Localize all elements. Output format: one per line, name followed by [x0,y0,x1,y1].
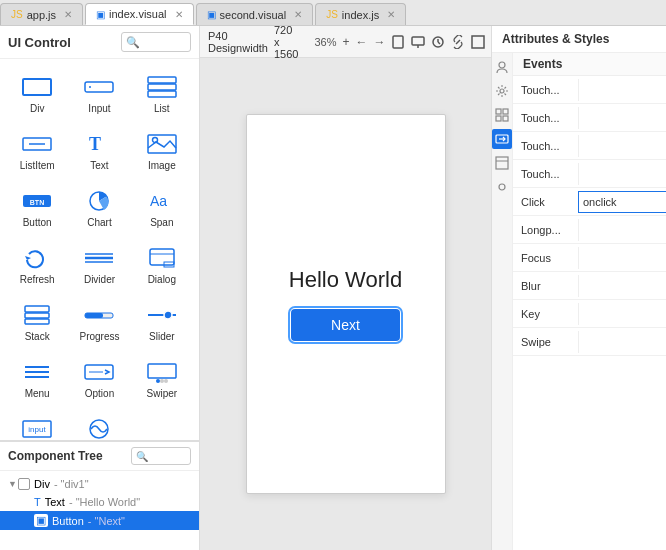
tab-app-js[interactable]: JS app.js ✕ [0,3,83,25]
control-image[interactable]: Image [133,124,191,177]
canvas-toolbar: P40 Designwidth 720 x 1560 36% + ← → [200,26,491,58]
tab-close-icon[interactable]: ✕ [175,9,183,20]
chart-label: Chart [87,217,111,228]
event-swipe-label: Swipe [513,332,578,352]
event-swipe: Swipe [513,328,666,356]
svg-rect-18 [150,249,174,265]
control-button[interactable]: BTN Button [8,181,66,234]
component-tree-search[interactable] [131,447,191,465]
tree-node-text-id: - "Hello World" [69,496,140,508]
side-icon-settings[interactable] [492,81,512,101]
control-listitem[interactable]: ListItem [8,124,66,177]
list-icon [144,73,180,101]
control-more1[interactable]: input [8,409,66,440]
more2-icon [81,415,117,440]
svg-rect-5 [148,91,176,97]
attributes-body: Events Touch... Touch... Touch... [492,53,666,550]
div-label: Div [30,103,44,114]
desktop-button[interactable] [411,32,425,52]
zoom-add-button[interactable]: + [342,32,349,52]
attributes-title: Attributes & Styles [492,26,666,53]
control-search-input[interactable] [121,32,191,52]
event-longpress-input[interactable] [578,219,666,241]
svg-point-36 [164,379,168,383]
event-swipe-input[interactable] [578,331,666,353]
event-focus-label: Focus [513,248,578,268]
event-focus-input[interactable] [578,247,666,269]
span-icon: Aa [144,187,180,215]
event-touch1-input[interactable] [578,79,666,101]
tab-close-icon[interactable]: ✕ [64,9,72,20]
control-input[interactable]: Input [70,67,128,120]
svg-rect-60 [496,157,508,169]
phone-preview-frame: Hello World Next [246,114,446,494]
svg-rect-56 [496,116,501,121]
tab-label: index.js [342,9,379,21]
control-dialog[interactable]: Dialog [133,238,191,291]
tab-index-visual[interactable]: ▣ index.visual ✕ [85,3,193,25]
ui-control-header: UI Control [0,26,199,59]
control-div[interactable]: Div [8,67,66,120]
tab-second-visual[interactable]: ▣ second.visual ✕ [196,3,314,25]
tab-close-icon[interactable]: ✕ [294,9,302,20]
event-touch2: Touch... [513,104,666,132]
control-chart[interactable]: Chart [70,181,128,234]
event-touch2-input[interactable] [578,107,666,129]
tree-item-text[interactable]: T Text - "Hello World" [0,493,199,511]
tab-close-icon[interactable]: ✕ [387,9,395,20]
tab-index-js[interactable]: JS index.js ✕ [315,3,406,25]
event-blur-label: Blur [513,276,578,296]
control-text[interactable]: T Text [70,124,128,177]
device-frame-button[interactable] [391,32,405,52]
tree-item-button[interactable]: ▣ Button - "Next" [0,511,199,530]
side-icon-gear[interactable] [492,177,512,197]
control-more2[interactable] [70,409,128,440]
svg-text:Aa: Aa [150,193,167,209]
stack-icon [19,301,55,329]
side-icon-person[interactable] [492,57,512,77]
tree-item-div[interactable]: ▼ Div - "div1" [0,475,199,493]
control-divider[interactable]: Divider [70,238,128,291]
control-stack[interactable]: Stack [8,295,66,348]
clock-button[interactable] [431,32,445,52]
control-option[interactable]: Option [70,352,128,405]
progress-icon [81,301,117,329]
next-button-preview[interactable]: Next [291,309,400,341]
tree-checkbox-div[interactable] [18,478,30,490]
svg-line-45 [438,42,440,44]
frame-button[interactable] [471,32,485,52]
undo-button[interactable]: ← [355,32,367,52]
event-key: Key [513,300,666,328]
image-icon [144,130,180,158]
svg-rect-23 [25,319,49,324]
link-button[interactable] [451,32,465,52]
event-touch4-label: Touch... [513,164,578,184]
canvas-drawing-area[interactable]: Hello World Next [200,58,491,550]
control-span[interactable]: Aa Span [133,181,191,234]
component-tree-content: ▼ Div - "div1" T Text - "Hello World" [0,471,199,550]
control-list[interactable]: List [133,67,191,120]
js-file-icon: JS [11,9,23,20]
control-slider[interactable]: Slider [133,295,191,348]
svg-rect-25 [85,313,103,318]
svg-rect-46 [472,36,484,48]
control-menu[interactable]: Menu [8,352,66,405]
event-key-input[interactable] [578,303,666,325]
event-touch3-input[interactable] [578,135,666,157]
event-longpress-label: Longp... [513,220,578,240]
control-progress[interactable]: Progress [70,295,128,348]
side-icon-events[interactable] [492,129,512,149]
ui-control-panel: UI Control Div Input [0,26,200,550]
event-longpress: Longp... [513,216,666,244]
side-icon-grid[interactable] [492,105,512,125]
control-swiper[interactable]: Swiper [133,352,191,405]
event-touch4-input[interactable] [578,163,666,185]
control-refresh[interactable]: Refresh [8,238,66,291]
event-blur-input[interactable] [578,275,666,297]
divider-label: Divider [84,274,115,285]
event-click-input[interactable] [578,191,666,213]
event-touch4: Touch... [513,160,666,188]
side-icon-layout[interactable] [492,153,512,173]
redo-button[interactable]: → [373,32,385,52]
component-tree-panel: Component Tree ▼ Div - "div1" T Text - [0,440,199,550]
